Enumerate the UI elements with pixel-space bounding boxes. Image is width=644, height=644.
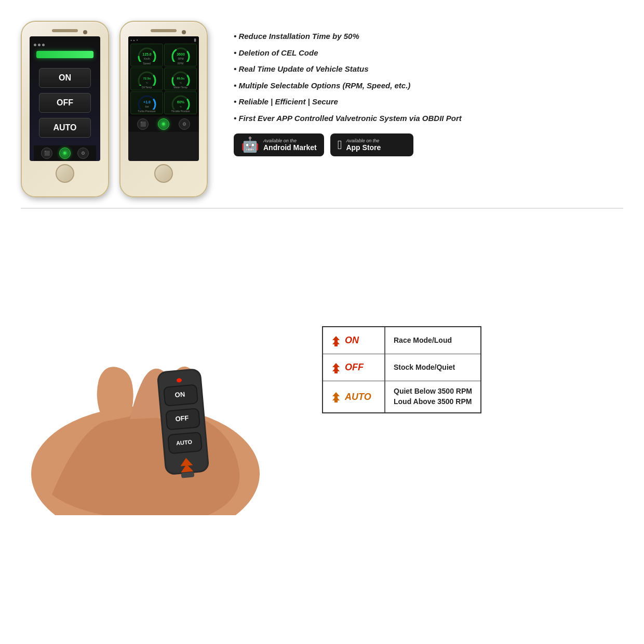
off-mode-icon bbox=[330, 362, 342, 373]
phone-1: ON OFF AUTO ⬛ ❋ ⚙ bbox=[21, 21, 109, 197]
feature-item-5: Reliable | Efficient | Secure bbox=[234, 97, 613, 107]
status-text: ● ▲ ✦ bbox=[130, 38, 138, 42]
gauges-grid: 125.0 Km/h Speed 3600 RPM RPM bbox=[128, 36, 199, 116]
remote-row-on: ON Race Mode/Loud bbox=[323, 327, 480, 354]
svg-text:Km/h: Km/h bbox=[144, 57, 150, 60]
svg-text:60%: 60% bbox=[177, 100, 184, 104]
screen1-content: ON OFF AUTO ⬛ ❋ ⚙ bbox=[30, 36, 100, 161]
apple-badge-text: Available on the App Store bbox=[346, 138, 381, 152]
phone-nav-icon-3: ⚙ bbox=[77, 147, 89, 159]
svg-text:OFF: OFF bbox=[175, 414, 189, 423]
android-available-text: Available on the bbox=[263, 138, 317, 143]
feature-item-3: Real Time Update of Vehicle Status bbox=[234, 64, 613, 74]
feature-item-6: First Ever APP Controlled Valvetronic Sy… bbox=[234, 113, 613, 124]
remote-mode-cell-off: OFF bbox=[323, 354, 385, 381]
remote-row-off: OFF Stock Mode/Quiet bbox=[323, 354, 480, 381]
nav-icon-g6: ⚙ bbox=[182, 122, 186, 127]
nav-icon-glyph: ⬛ bbox=[44, 151, 50, 156]
gauge-rpm-label: RPM bbox=[178, 62, 183, 65]
android-store-name: Android Market bbox=[263, 143, 317, 152]
remote-row-auto: AUTO Quiet Below 3500 RPM Loud Above 350… bbox=[323, 381, 480, 412]
apple-available-text: Available on the bbox=[346, 138, 381, 143]
on-button[interactable]: ON bbox=[39, 68, 91, 88]
gauge-throttle-label: Throttle Position bbox=[171, 110, 190, 113]
phone-nav-icon-2: ❋ bbox=[59, 147, 71, 159]
apple-badge[interactable]:  Available on the App Store bbox=[330, 133, 413, 156]
gauge-oil-temp: 72.5c °C Oil Temp bbox=[130, 68, 163, 90]
gauge-oil-svg: 72.5c °C bbox=[136, 69, 158, 86]
phone-icon-row-2: ⬛ ❋ ⚙ bbox=[128, 116, 199, 132]
status-battery: ▐▌ bbox=[193, 38, 197, 42]
feature-item-2: Deletion of CEL Code bbox=[234, 48, 613, 58]
auto-mode-label: AUTO bbox=[345, 392, 371, 403]
gauge-speed: 125.0 Km/h Speed bbox=[130, 44, 163, 66]
svg-text:125.0: 125.0 bbox=[142, 52, 152, 56]
android-badge[interactable]: 🤖 Available on the Android Market bbox=[234, 133, 324, 156]
remote-desc-auto: Quiet Below 3500 RPM Loud Above 3500 RPM bbox=[385, 381, 480, 412]
app-badges-container: 🤖 Available on the Android Market  Avai… bbox=[234, 133, 613, 156]
status-dot bbox=[38, 44, 41, 46]
off-button[interactable]: OFF bbox=[39, 93, 91, 113]
phone-nav-icon-1: ⬛ bbox=[41, 147, 52, 159]
svg-text:bar: bar bbox=[145, 105, 149, 108]
bottom-section: ON OFF AUTO ON Ra bbox=[0, 209, 644, 526]
phone-camera-1 bbox=[83, 30, 87, 34]
hand-remote-svg: ON OFF AUTO bbox=[0, 224, 312, 515]
android-icon: 🤖 bbox=[241, 138, 259, 152]
svg-text:ON: ON bbox=[175, 390, 185, 399]
phones-container: ON OFF AUTO ⬛ ❋ ⚙ bbox=[21, 21, 208, 197]
on-mode-label: ON bbox=[345, 335, 359, 346]
gauge-water-temp: 85.5c °C Water Temp bbox=[164, 68, 197, 90]
gauge-throttle-svg: 60% % bbox=[169, 93, 192, 110]
remote-desc-on: Race Mode/Loud bbox=[385, 327, 460, 354]
svg-text:%: % bbox=[180, 105, 182, 108]
gauge-oil-label: Oil Temp bbox=[142, 86, 152, 89]
svg-text:°C: °C bbox=[145, 82, 148, 84]
remote-mode-cell-auto: AUTO bbox=[323, 381, 385, 412]
phone-screen-1: ON OFF AUTO ⬛ ❋ ⚙ bbox=[30, 36, 100, 161]
phone-speaker-2 bbox=[151, 29, 177, 32]
gauge-turbo-label: Turbo Pressure bbox=[138, 110, 155, 113]
status-dot bbox=[34, 44, 36, 46]
feature-item-1: Reduce Installation Time by 50% bbox=[234, 31, 613, 42]
svg-marker-45 bbox=[332, 396, 340, 403]
phone-nav-icon-5: ❋ bbox=[158, 118, 169, 130]
svg-text:72.5c: 72.5c bbox=[143, 77, 151, 80]
screen2-status-bar: ● ▲ ✦ ▐▌ bbox=[128, 36, 199, 44]
status-dot bbox=[42, 44, 45, 46]
gauge-speed-svg: 125.0 Km/h bbox=[136, 45, 158, 62]
svg-marker-43 bbox=[332, 367, 340, 373]
on-mode-icon bbox=[330, 335, 342, 346]
status-bar-1 bbox=[34, 42, 96, 48]
gauge-rpm: 3600 RPM RPM bbox=[164, 44, 197, 66]
svg-text:°C: °C bbox=[179, 82, 182, 84]
remote-desc-off: Stock Mode/Quiet bbox=[385, 354, 463, 381]
nav-icon-glyph-2: ❋ bbox=[63, 151, 67, 156]
phone-home-button-2 bbox=[154, 164, 173, 183]
phone-screen-2: ● ▲ ✦ ▐▌ 125.0 Km/h Speed bbox=[128, 36, 199, 161]
gauge-turbo-svg: +1.0 bar bbox=[136, 93, 158, 110]
nav-icon-glyph-3: ⚙ bbox=[81, 151, 85, 156]
gauge-turbo: +1.0 bar Turbo Pressure bbox=[130, 91, 163, 114]
phone-nav-icon-4: ⬛ bbox=[137, 118, 149, 130]
top-section: ON OFF AUTO ⬛ ❋ ⚙ bbox=[0, 0, 644, 208]
gauge-throttle: 60% % Throttle Position bbox=[164, 91, 197, 114]
svg-marker-41 bbox=[332, 340, 340, 346]
phone-2: ● ▲ ✦ ▐▌ 125.0 Km/h Speed bbox=[119, 21, 208, 197]
status-icons-1 bbox=[34, 44, 45, 46]
android-badge-text: Available on the Android Market bbox=[263, 138, 317, 152]
off-mode-label: OFF bbox=[345, 362, 364, 373]
remote-mode-table: ON Race Mode/Loud OFF Stock Mode/Quiet bbox=[322, 326, 481, 413]
svg-text:3600: 3600 bbox=[177, 52, 185, 56]
feature-item-4: Multiple Selectable Options (RPM, Speed,… bbox=[234, 81, 613, 91]
apple-store-name: App Store bbox=[346, 143, 381, 152]
svg-text:RPM: RPM bbox=[178, 57, 183, 60]
phone-home-button-1 bbox=[56, 164, 74, 183]
apple-icon:  bbox=[338, 139, 342, 151]
auto-button[interactable]: AUTO bbox=[39, 118, 91, 138]
hand-remote-image: ON OFF AUTO bbox=[0, 224, 312, 515]
phone-camera-2 bbox=[182, 30, 186, 34]
nav-icon-g5: ❋ bbox=[162, 122, 166, 127]
svg-text:85.5c: 85.5c bbox=[177, 77, 185, 80]
gauge-water-svg: 85.5c °C bbox=[169, 69, 192, 86]
